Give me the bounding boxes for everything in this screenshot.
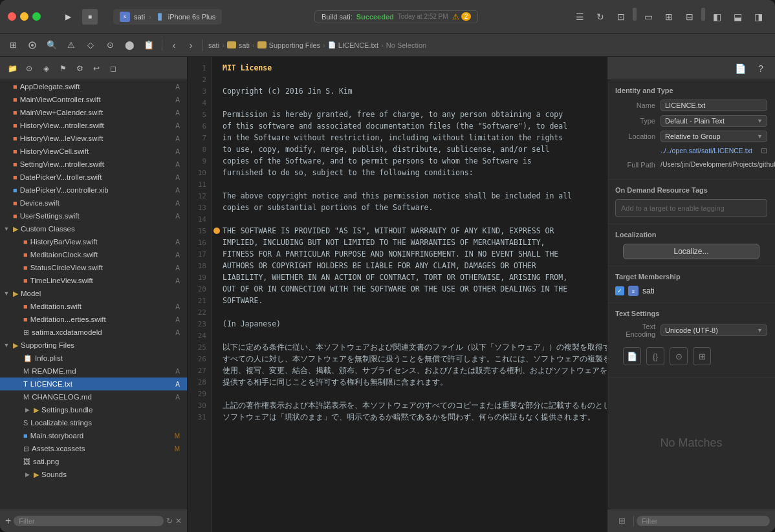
group-supporting[interactable]: ▼ ▶ Supporting Files [0, 339, 187, 352]
file-item-histvc1[interactable]: ■ HistoryView...ntroller.swift A [0, 119, 187, 132]
tags-field[interactable]: Add to a target to enable tagging [615, 199, 767, 217]
code-line-18: AUTHORS OR COPYRIGHT HOLDERS BE LIABLE F… [223, 260, 607, 271]
sidebar-source-icon[interactable]: ⊙ [22, 61, 36, 76]
assistant-editor[interactable]: ⊞ [660, 8, 678, 26]
grid-icon[interactable]: ⊞ [693, 347, 711, 365]
file-item-infoplist[interactable]: 📋 Info.plist [0, 352, 187, 365]
file-item-usersettings[interactable]: ■ UserSettings.swift A [0, 209, 187, 222]
add-file-button[interactable]: + [5, 515, 11, 527]
scheme-selector[interactable]: s sati › iPhone 6s Plus [113, 9, 222, 25]
file-item-meditationprop[interactable]: ■ Meditation...erties.swift A [0, 313, 187, 326]
hide-debug-area[interactable]: ⬓ [728, 8, 747, 26]
type-select[interactable]: Default - Plain Text ▼ [660, 115, 767, 127]
file-item-mainviewcal[interactable]: ■ MainView+Calender.swift A [0, 106, 187, 119]
inspector-grid-icon[interactable]: ⊞ [613, 512, 631, 530]
source-ctrl-icon[interactable] [25, 37, 40, 53]
maximize-button[interactable] [32, 12, 41, 21]
search-icon[interactable]: 🔍 [44, 37, 60, 53]
stop-button[interactable]: ■ [82, 9, 98, 25]
navigator-icon[interactable]: ⊞ [5, 37, 21, 53]
debug-toggle[interactable]: ↻ [591, 8, 609, 26]
encoding-select[interactable]: Unicode (UTF-8) ▼ [660, 325, 767, 336]
nav-back[interactable]: ‹ [168, 39, 180, 52]
file-item-device[interactable]: ■ Device.swift A [0, 197, 187, 209]
file-item-statuscircle[interactable]: ■ StatusCircleView.swift A [0, 261, 187, 274]
file-tree: ■ AppDelegate.swift A ■ MainViewControll… [0, 80, 187, 509]
file-item-appdelegate[interactable]: ■ AppDelegate.swift A [0, 80, 187, 93]
file-item-histcell[interactable]: ■ HistoryViewCell.swift A [0, 145, 187, 158]
navigator-toggle[interactable]: ☰ [571, 8, 589, 26]
titlebar-right-buttons: ☰ ↻ ⊡ ▭ ⊞ ⊟ ◧ ⬓ ◨ [571, 8, 767, 26]
file-item-sounds[interactable]: ▶ ▶ Sounds [0, 468, 187, 481]
line-content: LIABILITY, WHETHER IN AN ACTION OF CONTR… [223, 273, 567, 282]
file-item-assets[interactable]: ⊟ Assets.xcassets M [0, 442, 187, 455]
file-inspector-icon[interactable]: 📄 [731, 59, 749, 78]
filter-input[interactable] [14, 516, 164, 526]
reports-icon[interactable]: 📋 [141, 37, 157, 53]
file-item-mainstoryboard[interactable]: ■ Main.storyboard M [0, 429, 187, 442]
file-item-timelineview[interactable]: ■ TimeLineView.swift A [0, 274, 187, 287]
breadcrumb-supporting[interactable]: Supporting Files › [257, 41, 325, 49]
breadcrumb-supporting-label: Supporting Files [269, 41, 321, 49]
filter-options-icon[interactable]: ↻ [166, 516, 173, 526]
debug-icon[interactable]: ⊙ [102, 37, 118, 53]
sidebar-sym-icon[interactable]: ◈ [39, 61, 53, 76]
copy-path-icon[interactable]: ⊡ [761, 146, 767, 155]
group-custom-classes[interactable]: ▼ ▶ Custom Classes [0, 222, 187, 235]
sidebar-find-icon[interactable]: ⚑ [56, 61, 70, 76]
minimize-button[interactable] [20, 12, 28, 21]
curly-braces-icon[interactable]: {} [646, 347, 664, 365]
version-editor[interactable]: ⊟ [681, 8, 699, 26]
file-item-readme[interactable]: M README.md A [0, 365, 187, 378]
name-field[interactable]: LICENCE.txt [660, 100, 767, 111]
sidebar-filter2-icon[interactable]: ⚙ [72, 61, 87, 76]
breakpoint-icon[interactable]: ⬤ [122, 37, 137, 53]
code-text-area[interactable]: MIT License Copyright (c) 2016 Jin S. Ki… [212, 57, 607, 532]
file-item-mainview[interactable]: ■ MainViewController.swift A [0, 93, 187, 106]
group-model[interactable]: ▼ ▶ Model [0, 287, 187, 300]
file-item-histbarview[interactable]: ■ HistoryBarView.swift A [0, 235, 187, 248]
file-item-histvc2[interactable]: ■ HistoryView...leView.swift A [0, 132, 187, 145]
line-num-31: 31 [188, 411, 212, 423]
file-item-datamodel[interactable]: ⊞ satima.xcdatamodeld A [0, 326, 187, 339]
inspector-filter-input[interactable] [637, 516, 770, 526]
file-item-meditationclock[interactable]: ■ MeditaionClock.swift A [0, 248, 187, 261]
breadcrumb-noselection[interactable]: No Selection [386, 41, 426, 49]
circle-icon[interactable]: ⊙ [670, 347, 688, 365]
breadcrumb-root[interactable]: sati › [208, 41, 224, 49]
location-select[interactable]: Relative to Group ▼ [660, 131, 767, 142]
file-item-localizable[interactable]: S Localizable.strings [0, 416, 187, 429]
help-icon[interactable]: ? [752, 59, 770, 78]
code-content[interactable]: 1 2 3 4 5 6 7 8 9 10 11 12 13 14 15 16 1 [188, 57, 607, 532]
code-line-22 [223, 306, 607, 318]
breadcrumb-licence[interactable]: 📄 LICENCE.txt › [328, 41, 384, 49]
target-checkbox[interactable]: ✓ [615, 286, 624, 295]
nav-forward[interactable]: › [184, 39, 197, 52]
file-item-datepickervc[interactable]: ■ DatePickerV...troller.swift A [0, 171, 187, 184]
warning-icon[interactable]: ⚠ [63, 37, 79, 53]
single-editor[interactable]: ▭ [639, 8, 657, 26]
swift-icon: ■ [13, 199, 17, 207]
filter-close-icon[interactable]: ✕ [175, 516, 182, 526]
sidebar-brk-icon[interactable]: ◻ [106, 61, 120, 76]
hide-inspector[interactable]: ◨ [749, 8, 767, 26]
close-button[interactable] [8, 12, 16, 21]
file-item-changelog[interactable]: M CHANGELOG.md A [0, 390, 187, 403]
hide-navigator[interactable]: ◧ [708, 8, 726, 26]
name-label: Name [615, 101, 660, 109]
test-icon[interactable]: ◇ [83, 37, 98, 53]
line-numbers: 1 2 3 4 5 6 7 8 9 10 11 12 13 14 15 16 1 [188, 57, 212, 532]
run-button[interactable]: ▶ [59, 8, 77, 26]
file-item-satipng[interactable]: 🖼 sati.png [0, 455, 187, 468]
file-item-licence[interactable]: T LICENCE.txt A [0, 378, 187, 390]
sidebar-folder-icon[interactable]: 📁 [5, 61, 19, 76]
file-item-settingvc[interactable]: ■ SettingView...ntroller.swift A [0, 158, 187, 171]
sidebar-hist-icon[interactable]: ↩ [89, 61, 104, 76]
layout-toggle[interactable]: ⊡ [612, 8, 630, 26]
file-item-datepickerxib[interactable]: ■ DatePickerV...controller.xib A [0, 184, 187, 197]
breadcrumb-sati[interactable]: sati › [227, 41, 255, 49]
localize-button[interactable]: Localize... [623, 244, 760, 259]
file-item-settings-bundle[interactable]: ▶ ▶ Settings.bundle [0, 403, 187, 416]
file-item-meditation[interactable]: ■ Meditation.swift A [0, 300, 187, 313]
new-file-icon[interactable]: 📄 [623, 347, 641, 365]
